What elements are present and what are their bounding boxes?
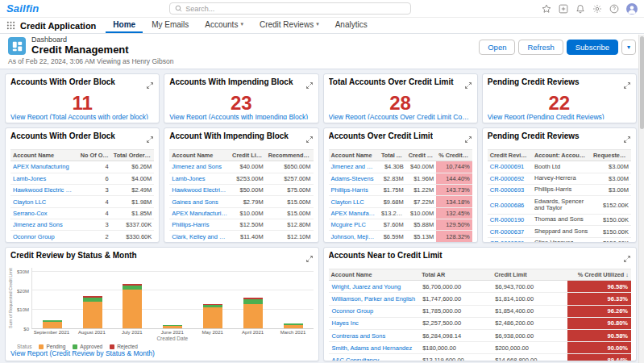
table-cell-link[interactable]: Hayes Inc (329, 317, 420, 329)
table-cell-link[interactable]: Jimenez and Sons (10, 219, 78, 231)
legend-item-approved[interactable]: Approved (73, 344, 102, 349)
tab-my-emails[interactable]: My Emails (144, 17, 196, 33)
expand-icon[interactable] (305, 252, 314, 266)
expand-icon[interactable] (623, 252, 631, 266)
table-cell-link[interactable]: Contreras and Sons (329, 329, 420, 341)
column-header[interactable]: % Credit Utilized ↓ (567, 269, 631, 281)
scrollbar-thumb[interactable] (640, 36, 644, 129)
table-cell-link[interactable]: Mcguire PLC (329, 219, 379, 231)
table-cell-link[interactable]: Oconnor Group (329, 305, 420, 317)
column-header[interactable]: Credit Limit (230, 150, 266, 161)
help-icon[interactable] (609, 4, 619, 14)
legend-item-pending[interactable]: Pending (39, 344, 65, 349)
view-report-link[interactable]: View Report (Pending Credit Reviews) (488, 113, 631, 119)
chart-bar[interactable] (123, 268, 142, 328)
chart-bar[interactable] (43, 268, 62, 328)
table-cell-link[interactable]: Phillips-Harris (169, 219, 230, 231)
tab-accounts[interactable]: Accounts ▾ (197, 17, 251, 33)
column-header[interactable]: Account Name (10, 150, 78, 161)
chart-bar[interactable] (284, 268, 303, 328)
column-header[interactable]: Account Name (329, 269, 420, 281)
open-button[interactable]: Open (479, 40, 515, 55)
column-header[interactable]: No Of Orders (78, 150, 111, 161)
table-cell-link[interactable]: Phillips-Harris (329, 184, 379, 195)
table-cell-link[interactable]: Wright, Juarez and Young (329, 281, 420, 293)
column-header[interactable]: Account Name (169, 150, 230, 161)
table-cell-link[interactable]: Hawkwood Electric Power (10, 184, 78, 195)
table-cell-link[interactable]: Clayton LLC (10, 196, 78, 207)
table-cell-link[interactable]: Clark, Kelley and Trujillo (169, 231, 230, 242)
bar-segment-pending[interactable] (243, 304, 263, 328)
favorites-star-icon[interactable] (542, 4, 551, 14)
expand-icon[interactable] (146, 132, 154, 147)
table-cell-link[interactable]: Clayton LLC (329, 196, 379, 207)
search-input[interactable] (185, 5, 405, 13)
table-cell-link[interactable]: Johnson, Mejia and Davis (329, 231, 379, 242)
tab-credit-reviews[interactable]: Credit Reviews ▾ (252, 17, 326, 33)
table-cell-link[interactable]: Serrano-Cox (10, 207, 78, 219)
table-cell-link[interactable]: CR-0000692 (488, 173, 532, 184)
table-cell-link[interactable]: Jimenez and Sons (329, 161, 379, 173)
table-cell-link[interactable]: Hawkwood Electric Power (169, 184, 230, 195)
bar-segment-pending[interactable] (43, 322, 62, 328)
chart-bar[interactable] (243, 268, 263, 328)
view-report-link[interactable]: View Report (Credit Review by Status & M… (10, 349, 314, 357)
table-cell-link[interactable]: Smith, Adams and Hernandez (329, 342, 420, 354)
column-header[interactable]: Credit Review: Credit ... (488, 150, 532, 161)
table-cell-link[interactable]: APEX Manufacturing (169, 207, 230, 219)
expand-icon[interactable] (305, 78, 314, 93)
user-avatar[interactable] (626, 3, 638, 15)
vertical-scrollbar[interactable] (638, 35, 644, 363)
view-report-link[interactable]: View Report (Accounts Over Credit Limit … (329, 113, 472, 119)
table-cell-link[interactable]: Adams-Stevens (329, 173, 379, 184)
column-header[interactable]: Credit Limit (492, 269, 567, 281)
expand-icon[interactable] (464, 78, 472, 93)
table-cell-link[interactable]: A&C Consultancy (329, 354, 420, 361)
tab-analytics[interactable]: Analytics (328, 17, 375, 33)
expand-icon[interactable] (146, 78, 154, 93)
column-header[interactable]: % Credit Utilized ↓ (436, 150, 472, 161)
table-cell-link[interactable]: Jimenez and Sons (169, 161, 230, 173)
bar-segment-pending[interactable] (163, 326, 182, 328)
table-cell-link[interactable]: CR-0000637 (488, 226, 532, 237)
column-header[interactable]: Account Name (329, 150, 379, 161)
view-report-link[interactable]: View Report (Total Accounts with order b… (10, 113, 154, 119)
bar-segment-pending[interactable] (284, 325, 303, 329)
table-cell-link[interactable]: APEX Manufacturing (329, 207, 379, 219)
bar-segment-pending[interactable] (123, 290, 142, 328)
chart-bar[interactable] (83, 268, 102, 328)
table-cell-link[interactable]: Gaines and Sons (169, 196, 230, 207)
expand-icon[interactable] (305, 132, 314, 147)
table-cell-link[interactable]: Lamb-Jones (169, 173, 230, 184)
bar-segment-pending[interactable] (83, 302, 102, 328)
refresh-button[interactable]: Refresh (518, 40, 563, 55)
expand-icon[interactable] (464, 132, 472, 147)
column-header[interactable]: Credit Limit (406, 150, 436, 161)
table-cell-link[interactable]: APEX Manufacturing (10, 161, 78, 173)
table-cell-link[interactable]: CR-0000686 (488, 196, 532, 215)
setup-gear-icon[interactable] (592, 4, 602, 14)
table-cell-link[interactable]: Williamson, Parker and English (329, 293, 420, 305)
app-launcher-icon[interactable] (6, 21, 15, 30)
view-report-link[interactable]: View Report (Accounts with Impending Blo… (169, 113, 313, 119)
chart-bar[interactable] (163, 268, 182, 328)
notifications-bell-icon[interactable] (575, 4, 585, 14)
column-header[interactable]: Total Order Value ↓ (111, 150, 155, 161)
legend-item-rejected[interactable]: Rejected (110, 344, 138, 349)
expand-icon[interactable] (623, 78, 631, 93)
chart-bar[interactable] (203, 268, 222, 328)
add-box-icon[interactable] (559, 4, 568, 14)
column-header[interactable]: Requested Credit L... ↓ (591, 150, 631, 161)
tab-home[interactable]: Home (106, 17, 143, 33)
global-search-box[interactable] (169, 2, 411, 15)
column-header[interactable]: Account: Account Name (532, 150, 591, 161)
column-header[interactable]: Recommended Credit Limit ↓ (266, 150, 314, 161)
table-cell-link[interactable]: CR-0000190 (488, 214, 532, 225)
subscribe-button[interactable]: Subscribe (567, 40, 618, 55)
table-cell-link[interactable]: CR-0000386 (488, 237, 532, 243)
bar-segment-pending[interactable] (203, 307, 222, 328)
table-cell-link[interactable]: Oconnor Group (10, 231, 78, 242)
expand-icon[interactable] (623, 132, 631, 147)
table-cell-link[interactable]: CR-0000691 (488, 161, 532, 173)
column-header[interactable]: Total AR (419, 269, 492, 281)
